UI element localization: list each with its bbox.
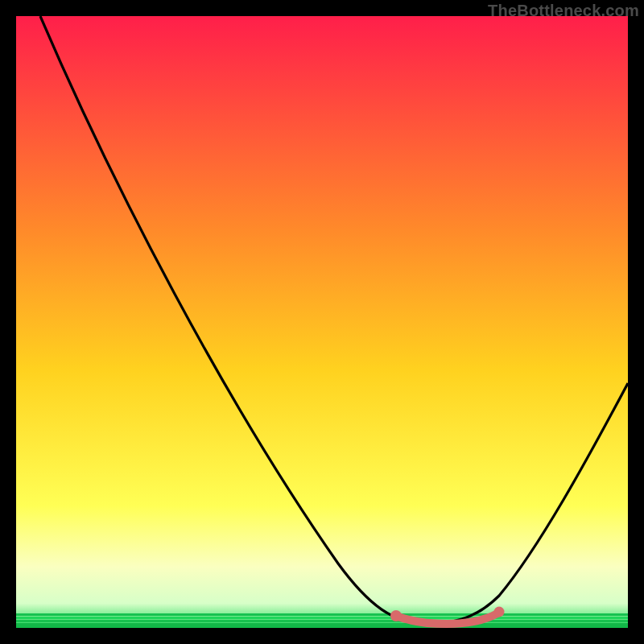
bottleneck-curve <box>16 16 628 628</box>
curve-path <box>40 16 628 623</box>
chart-frame <box>16 16 628 628</box>
optimal-highlight <box>396 613 497 624</box>
watermark-text: TheBottleneck.com <box>488 2 639 20</box>
highlight-start-dot <box>390 610 402 621</box>
highlight-end-dot <box>494 607 505 617</box>
